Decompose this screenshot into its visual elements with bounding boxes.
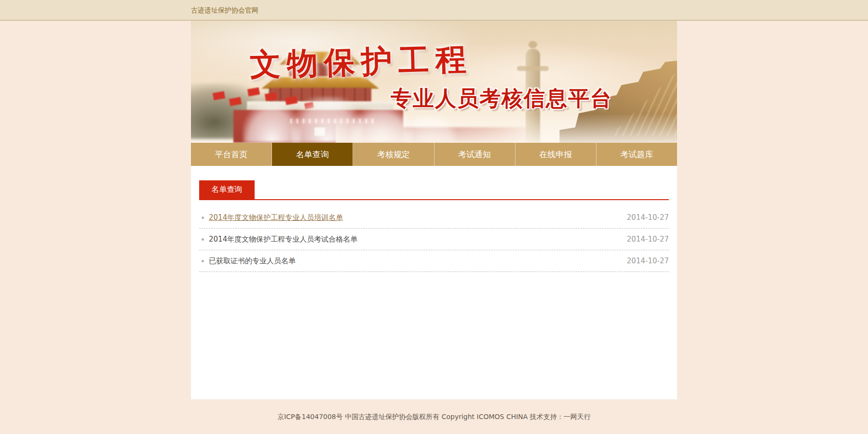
content-panel: 名单查询 2014年度文物保护工程专业人员培训名单 2014-10-27 201… bbox=[191, 166, 677, 399]
nav-item-question-bank[interactable]: 考试题库 bbox=[597, 143, 677, 166]
bullet-icon bbox=[202, 260, 204, 262]
nav-item-exam-notice[interactable]: 考试通知 bbox=[434, 143, 515, 166]
banner-bottom-haze bbox=[336, 114, 677, 143]
list-item: 2014年度文物保护工程专业人员培训名单 2014-10-27 bbox=[199, 207, 669, 229]
bullet-icon bbox=[202, 238, 204, 241]
nav-item-home[interactable]: 平台首页 bbox=[191, 143, 272, 166]
tab-name-list-query[interactable]: 名单查询 bbox=[199, 180, 255, 199]
news-date: 2014-10-27 bbox=[627, 235, 669, 244]
news-date: 2014-10-27 bbox=[627, 257, 669, 265]
huabiao-pillar-cap bbox=[529, 41, 537, 48]
nav-item-regulations[interactable]: 考核规定 bbox=[353, 143, 434, 166]
list-item: 2014年度文物保护工程专业人员考试合格名单 2014-10-27 bbox=[199, 229, 669, 250]
news-link-training-list[interactable]: 2014年度文物保护工程专业人员培训名单 bbox=[209, 213, 343, 222]
bullet-icon bbox=[202, 217, 204, 219]
news-link-certified-list[interactable]: 已获取证书的专业人员名单 bbox=[209, 257, 296, 266]
site-home-link[interactable]: 古迹遗址保护协会官网 bbox=[191, 6, 258, 14]
footer-copyright: 京ICP备14047008号 中国古迹遗址保护协会版权所有 Copyright … bbox=[0, 399, 868, 421]
news-link-passed-list[interactable]: 2014年度文物保护工程专业人员考试合格名单 bbox=[209, 235, 357, 244]
banner-title: 文物保护工程 bbox=[249, 38, 473, 86]
nav-item-name-list[interactable]: 名单查询 bbox=[272, 143, 353, 166]
top-bar-inner: 古迹遗址保护协会官网 bbox=[191, 0, 677, 20]
nav-item-online-apply[interactable]: 在线申报 bbox=[515, 143, 597, 166]
main-wrapper: 文物保护工程 专业人员考核信息平台 平台首页 名单查询 考核规定 考试通知 在线… bbox=[191, 21, 677, 399]
top-bar: 古迹遗址保护协会官网 bbox=[0, 0, 868, 21]
header-banner: 文物保护工程 专业人员考核信息平台 bbox=[191, 21, 677, 143]
huabiao-pillar-wings bbox=[517, 66, 549, 71]
list-item: 已获取证书的专业人员名单 2014-10-27 bbox=[199, 250, 669, 272]
main-nav: 平台首页 名单查询 考核规定 考试通知 在线申报 考试题库 bbox=[191, 143, 677, 166]
news-date: 2014-10-27 bbox=[627, 213, 669, 222]
section-header: 名单查询 bbox=[199, 180, 669, 200]
banner-subtitle: 专业人员考核信息平台 bbox=[391, 84, 612, 113]
news-list: 2014年度文物保护工程专业人员培训名单 2014-10-27 2014年度文物… bbox=[199, 207, 669, 272]
